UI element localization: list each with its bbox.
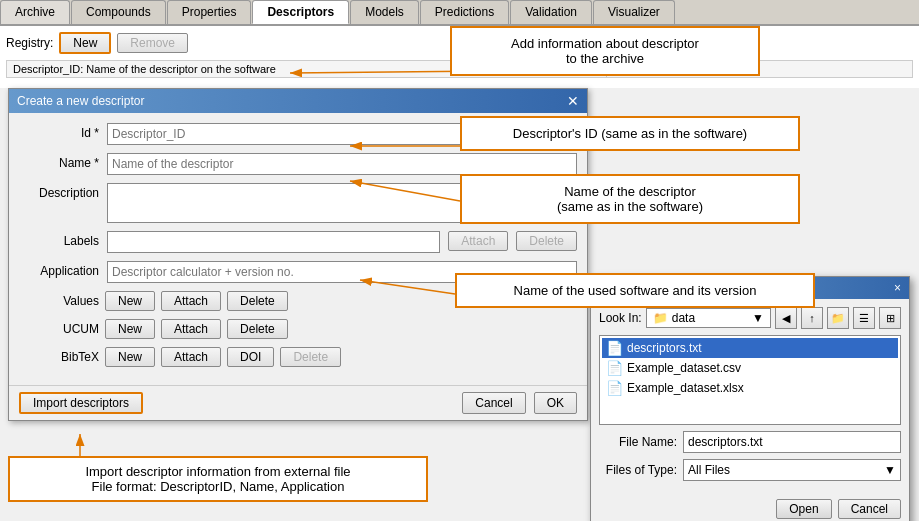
- bibtex-attach-button[interactable]: Attach: [161, 347, 221, 367]
- application-label: Application: [19, 261, 99, 278]
- file-icon-descriptors: 📄: [606, 340, 623, 356]
- callout-descriptor-id-text: Descriptor's ID (same as in the software…: [513, 126, 747, 141]
- tab-predictions[interactable]: Predictions: [420, 0, 509, 24]
- callout-add-info: Add information about descriptorto the a…: [450, 26, 760, 76]
- callout-descriptor-name: Name of the descriptor(same as in the so…: [460, 174, 800, 224]
- callout-add-info-text: Add information about descriptorto the a…: [511, 36, 699, 66]
- name-label: Name *: [19, 153, 99, 170]
- dialog-cancel-button[interactable]: Cancel: [462, 392, 525, 414]
- registry-remove-button[interactable]: Remove: [117, 33, 188, 53]
- filename-label: File Name:: [599, 435, 677, 449]
- tab-descriptors[interactable]: Descriptors: [252, 0, 349, 24]
- filetype-select[interactable]: All Files ▼: [683, 459, 901, 481]
- filename-row: File Name:: [599, 431, 901, 453]
- id-label: Id *: [19, 123, 99, 140]
- view-detail-button[interactable]: ⊞: [879, 307, 901, 329]
- filetype-label: Files of Type:: [599, 463, 677, 477]
- callout-descriptor-name-text: Name of the descriptor(same as in the so…: [557, 184, 703, 214]
- description-label: Description: [19, 183, 99, 200]
- name-row: Name *: [19, 153, 577, 175]
- tab-validation[interactable]: Validation: [510, 0, 592, 24]
- look-in-row: Look In: 📁 data ▼ ◀ ↑ 📁 ☰ ⊞: [599, 307, 901, 329]
- tab-compounds[interactable]: Compounds: [71, 0, 166, 24]
- labels-attach-button[interactable]: Attach: [448, 231, 508, 251]
- file-open-dialog: Open × Look In: 📁 data ▼ ◀ ↑ 📁 ☰ ⊞: [590, 276, 910, 521]
- tab-bar: Archive Compounds Properties Descriptors…: [0, 0, 919, 26]
- tab-models[interactable]: Models: [350, 0, 419, 24]
- labels-row: Labels Attach Delete: [19, 231, 577, 253]
- ucum-label: UCUM: [19, 322, 99, 336]
- dialog-footer: Import descriptors Cancel OK: [9, 385, 587, 420]
- bibtex-row: BibTeX New Attach DOI Delete: [19, 347, 577, 367]
- values-delete-button[interactable]: Delete: [227, 291, 288, 311]
- ucum-row: UCUM New Attach Delete: [19, 319, 577, 339]
- callout-import-info-text: Import descriptor information from exter…: [85, 464, 350, 494]
- labels-input[interactable]: [107, 231, 440, 253]
- file-list: 📄 descriptors.txt 📄 Example_dataset.csv …: [599, 335, 901, 425]
- main-area: Registry: New Remove Descriptor_ID: Name…: [0, 26, 919, 88]
- ucum-attach-button[interactable]: Attach: [161, 319, 221, 339]
- file-dialog-footer: Open Cancel: [591, 495, 909, 521]
- file-icon-xlsx: 📄: [606, 380, 623, 396]
- file-item-xlsx[interactable]: 📄 Example_dataset.xlsx: [602, 378, 898, 398]
- callout-software-name-text: Name of the used software and its versio…: [514, 283, 757, 298]
- bibtex-label: BibTeX: [19, 350, 99, 364]
- name-input[interactable]: [107, 153, 577, 175]
- callout-descriptor-id: Descriptor's ID (same as in the software…: [460, 116, 800, 151]
- callout-software-name: Name of the used software and its versio…: [455, 273, 815, 308]
- filetype-value: All Files: [688, 463, 730, 477]
- bibtex-new-button[interactable]: New: [105, 347, 155, 367]
- tab-properties[interactable]: Properties: [167, 0, 252, 24]
- dialog-close-button[interactable]: ✕: [567, 93, 579, 109]
- ucum-delete-button[interactable]: Delete: [227, 319, 288, 339]
- file-item-csv[interactable]: 📄 Example_dataset.csv: [602, 358, 898, 378]
- filetype-chevron-icon: ▼: [884, 463, 896, 477]
- file-open-button[interactable]: Open: [776, 499, 831, 519]
- file-dialog-body: Look In: 📁 data ▼ ◀ ↑ 📁 ☰ ⊞ 📄 descriptor…: [591, 299, 909, 495]
- bibtex-delete-button[interactable]: Delete: [280, 347, 341, 367]
- registry-new-button[interactable]: New: [59, 32, 111, 54]
- tab-visualizer[interactable]: Visualizer: [593, 0, 675, 24]
- dialog-title-bar: Create a new descriptor ✕: [9, 89, 587, 113]
- labels-label: Labels: [19, 231, 99, 248]
- folder-icon: 📁: [653, 311, 668, 325]
- bibtex-doi-button[interactable]: DOI: [227, 347, 274, 367]
- file-icon-csv: 📄: [606, 360, 623, 376]
- filename-input[interactable]: [683, 431, 901, 453]
- file-item-descriptors[interactable]: 📄 descriptors.txt: [602, 338, 898, 358]
- values-label: Values: [19, 294, 99, 308]
- look-in-select[interactable]: 📁 data ▼: [646, 308, 771, 328]
- view-list-button[interactable]: ☰: [853, 307, 875, 329]
- filetype-row: Files of Type: All Files ▼: [599, 459, 901, 481]
- ucum-new-button[interactable]: New: [105, 319, 155, 339]
- nav-back-button[interactable]: ◀: [775, 307, 797, 329]
- new-folder-button[interactable]: 📁: [827, 307, 849, 329]
- dialog-body: Id * Name * Description Labels Attach De…: [9, 113, 587, 385]
- registry-label: Registry:: [6, 36, 53, 50]
- chevron-down-icon: ▼: [752, 311, 764, 325]
- dialog-title-text: Create a new descriptor: [17, 94, 144, 108]
- nav-up-button[interactable]: ↑: [801, 307, 823, 329]
- file-name-descriptors: descriptors.txt: [627, 341, 702, 355]
- values-attach-button[interactable]: Attach: [161, 291, 221, 311]
- tab-archive[interactable]: Archive: [0, 0, 70, 24]
- file-cancel-button[interactable]: Cancel: [838, 499, 901, 519]
- callout-import-info: Import descriptor information from exter…: [8, 456, 428, 502]
- look-in-value: data: [672, 311, 695, 325]
- file-name-xlsx: Example_dataset.xlsx: [627, 381, 744, 395]
- dialog-ok-button[interactable]: OK: [534, 392, 577, 414]
- file-dialog-close-button[interactable]: ×: [894, 281, 901, 295]
- look-in-label: Look In:: [599, 311, 642, 325]
- labels-delete-button[interactable]: Delete: [516, 231, 577, 251]
- values-new-button[interactable]: New: [105, 291, 155, 311]
- file-name-csv: Example_dataset.csv: [627, 361, 741, 375]
- import-descriptors-button[interactable]: Import descriptors: [19, 392, 143, 414]
